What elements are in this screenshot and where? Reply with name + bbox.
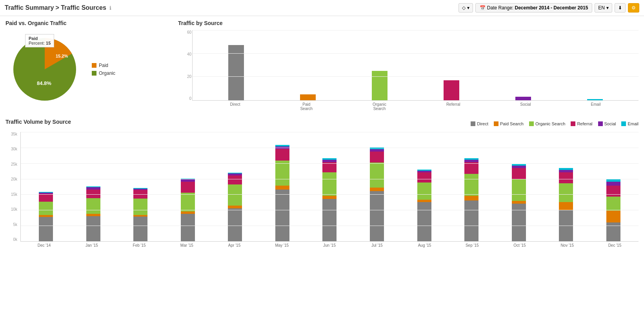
x-label: Jun '15 bbox=[306, 243, 353, 248]
vol-legend-referral: Referral bbox=[571, 121, 592, 126]
vol-color-social bbox=[598, 121, 603, 126]
x-label: Feb '15 bbox=[115, 243, 163, 248]
segment-organic bbox=[417, 182, 431, 200]
bar-referral bbox=[444, 80, 459, 100]
segment-organic bbox=[464, 174, 478, 196]
segment-referral bbox=[512, 168, 526, 179]
vol-legend-social: Social bbox=[598, 121, 616, 126]
top-row: Paid vs. Organic Traffic Paid Percent: 1… bbox=[5, 20, 639, 111]
y-35k: 35k bbox=[5, 132, 17, 136]
sg-3 bbox=[21, 179, 639, 179]
segment-referral bbox=[181, 182, 195, 193]
stacked-bar-group bbox=[322, 158, 337, 241]
y-30k: 30k bbox=[5, 147, 17, 151]
vol-legend-direct: Direct bbox=[471, 121, 488, 126]
settings-button[interactable]: ⚙ bbox=[628, 3, 639, 13]
segment-organic bbox=[86, 198, 100, 214]
main-content: Paid vs. Organic Traffic Paid Percent: 1… bbox=[0, 16, 644, 251]
segment-organic bbox=[228, 184, 242, 206]
sg-0 bbox=[21, 132, 639, 132]
pie-svg: 84.8% 15.2% bbox=[5, 30, 84, 108]
y-label-60: 60 bbox=[178, 30, 191, 34]
stacked-chart: 35k 30k 25k 20k 15k 10k 5k 0k bbox=[5, 132, 639, 248]
organic-pct-label: 84.8% bbox=[37, 80, 51, 86]
bar-email-rect bbox=[587, 99, 603, 100]
segment-direct bbox=[370, 191, 384, 241]
vol-legend-paid: Paid Search bbox=[494, 121, 524, 126]
paid-legend-label: Paid bbox=[99, 63, 108, 68]
legend-item-paid: Paid bbox=[92, 63, 115, 68]
header: Traffic Summary > Traffic Sources ℹ ◇ ▾ … bbox=[0, 0, 644, 16]
pie-container: Paid Percent: 15 bbox=[5, 30, 170, 108]
y-label-0: 0 bbox=[178, 96, 191, 101]
date-range-label: Date Range: bbox=[487, 5, 513, 11]
cube-dropdown-icon: ▾ bbox=[467, 5, 469, 11]
legend-item-organic: Organic bbox=[92, 70, 115, 76]
segment-referral bbox=[370, 152, 384, 163]
segment-organic bbox=[275, 161, 289, 186]
segment-direct bbox=[181, 214, 195, 241]
x-label: Jul '15 bbox=[353, 243, 401, 248]
stacked-bar-group bbox=[512, 164, 526, 241]
download-button[interactable]: ⬇ bbox=[615, 3, 626, 13]
stacked-bar-group bbox=[464, 158, 478, 241]
breadcrumb: Traffic Summary > Traffic Sources ℹ bbox=[5, 4, 111, 11]
y-0k: 0k bbox=[5, 237, 17, 242]
sg-1 bbox=[21, 148, 639, 148]
bar-email bbox=[587, 99, 603, 100]
vol-color-organic bbox=[529, 121, 534, 126]
x-label: Apr '15 bbox=[211, 243, 258, 248]
volume-legend: Direct Paid Search Organic Search Referr… bbox=[471, 121, 639, 126]
organic-legend-color bbox=[92, 71, 96, 76]
segment-social bbox=[606, 182, 620, 186]
y-label-20: 20 bbox=[178, 74, 191, 79]
stacked-bar-group bbox=[39, 192, 53, 241]
stacked-area bbox=[20, 132, 639, 242]
x-label: Dec '14 bbox=[20, 243, 68, 248]
segment-direct bbox=[322, 199, 337, 241]
y-axis: 60 40 20 0 bbox=[178, 30, 191, 101]
info-icon[interactable]: ℹ bbox=[109, 5, 111, 11]
cube-button[interactable]: ◇ ▾ bbox=[458, 3, 473, 13]
vol-color-referral bbox=[571, 121, 575, 126]
language-button[interactable]: EN ▾ bbox=[595, 3, 612, 13]
segment-referral bbox=[86, 190, 100, 198]
x-label-social: Social bbox=[520, 102, 531, 111]
bar-chart-wrapper: 60 40 20 0 bbox=[178, 30, 639, 111]
stacked-bars-row bbox=[21, 132, 639, 241]
vol-legend-email: Email bbox=[621, 121, 639, 126]
x-label-paid-search: PaidSearch bbox=[300, 102, 313, 111]
segment-paid bbox=[606, 211, 620, 222]
segment-paid bbox=[370, 188, 384, 191]
segment-direct bbox=[512, 204, 526, 241]
bar-paid-search bbox=[300, 94, 316, 100]
x-label: Dec '15 bbox=[591, 243, 639, 248]
vol-label-organic: Organic Search bbox=[535, 121, 565, 126]
x-label-organic-search: OrganicSearch bbox=[373, 102, 386, 111]
pie-chart: Paid Percent: 15 bbox=[5, 30, 84, 108]
segment-referral bbox=[559, 172, 573, 183]
x-label-direct: Direct bbox=[230, 102, 240, 111]
vol-label-direct: Direct bbox=[477, 121, 488, 126]
pie-legend: Paid Organic bbox=[92, 63, 115, 76]
date-range-button[interactable]: 📅 Date Range: December 2014 - December 2… bbox=[475, 3, 592, 13]
segment-organic bbox=[133, 199, 147, 215]
vol-legend-organic: Organic Search bbox=[529, 121, 565, 126]
x-label: Aug '15 bbox=[401, 243, 448, 248]
y-25k: 25k bbox=[5, 162, 17, 166]
x-label-email: Email bbox=[591, 102, 600, 111]
x-label: May '15 bbox=[258, 243, 306, 248]
segment-organic bbox=[322, 172, 337, 196]
sg-2 bbox=[21, 163, 639, 164]
vol-label-paid: Paid Search bbox=[500, 121, 524, 126]
lang-label: EN bbox=[598, 5, 605, 11]
segment-referral bbox=[464, 162, 478, 174]
traffic-by-source-section: Traffic by Source 60 40 20 0 bbox=[178, 20, 639, 111]
header-controls: ◇ ▾ 📅 Date Range: December 2014 - Decemb… bbox=[458, 3, 639, 13]
segment-direct bbox=[133, 217, 147, 241]
organic-legend-label: Organic bbox=[99, 70, 115, 76]
segment-paid bbox=[512, 201, 526, 204]
stacked-bar-group bbox=[228, 173, 242, 241]
bar-organic-search bbox=[372, 71, 387, 100]
stacked-y-labels: 35k 30k 25k 20k 15k 10k 5k 0k bbox=[5, 132, 19, 242]
